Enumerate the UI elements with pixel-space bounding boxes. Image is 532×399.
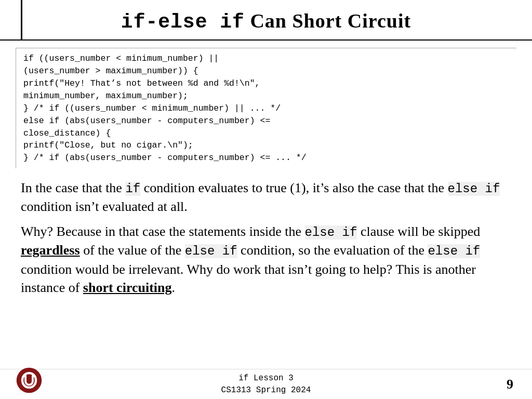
p1-code1: if — [125, 182, 140, 196]
code-line-5: } /* if ((users_number < minimum_number)… — [23, 102, 511, 115]
footer-center-text: if Lesson 3 CS1313 Spring 2024 — [221, 373, 311, 396]
footer-lesson: Lesson 3 — [248, 374, 293, 383]
paragraph-1: In the case that the if condition evalua… — [21, 179, 511, 216]
p2-pre: Why? Because in that case the statements… — [21, 224, 305, 239]
body-text: In the case that the if condition evalua… — [0, 174, 532, 297]
code-line-6: else if (abs(users_number - computers_nu… — [23, 115, 511, 127]
p2-code1: else if — [305, 225, 357, 240]
p1-mid: condition evaluates to true (1), it’s al… — [140, 180, 447, 195]
code-line-4: minimum_number, maximum_number); — [23, 90, 511, 102]
p2-mid1: clause will be skipped — [357, 224, 480, 239]
p1-post: condition isn’t evaluated at all. — [21, 199, 188, 214]
p2-code2: else if — [185, 244, 237, 258]
code-line-1: if ((users_number < minimum_number) || — [23, 52, 511, 65]
p1-pre: In the case that the — [21, 180, 125, 195]
page-number: 9 — [507, 377, 513, 392]
p2-mid2: of the value of the — [80, 243, 185, 258]
svg-point-0 — [17, 368, 42, 393]
p2-mid3: condition, so the evaluation of the — [237, 243, 428, 258]
footer-logo — [16, 367, 43, 396]
p2-link: short circuiting — [83, 280, 172, 295]
footer-mono: if — [238, 374, 248, 383]
ou-logo-svg — [16, 367, 43, 394]
title-area: if-else if Can Short Circuit — [0, 0, 532, 41]
footer-course: CS1313 Spring 2024 — [221, 384, 311, 396]
footer: if Lesson 3 CS1313 Spring 2024 9 — [0, 369, 532, 399]
code-line-9: } /* if (abs(users_number - computers_nu… — [23, 152, 511, 164]
code-line-7: close_distance) { — [23, 127, 511, 140]
footer-line1: if Lesson 3 — [221, 373, 311, 384]
slide-title: if-else if Can Short Circuit — [21, 9, 511, 33]
code-block: if ((users_number < minimum_number) || (… — [16, 48, 516, 168]
slide: if-else if Can Short Circuit if ((users_… — [0, 0, 532, 399]
left-bar — [21, 0, 22, 39]
code-line-2: (users_number > maximum_number)) { — [23, 65, 511, 77]
code-line-8: printf("Close, but no cigar.\n"); — [23, 139, 511, 152]
code-line-3: printf("Hey! That’s not between %d and %… — [23, 77, 511, 90]
p2-end: . — [172, 280, 176, 295]
title-serif: Can Short Circuit — [245, 10, 411, 32]
title-mono: if-else if — [121, 11, 245, 33]
p2-code3: else if — [428, 244, 480, 258]
p2-bold: regardless — [21, 243, 80, 258]
paragraph-2: Why? Because in that case the statements… — [21, 222, 511, 297]
p1-code2: else if — [448, 182, 500, 196]
